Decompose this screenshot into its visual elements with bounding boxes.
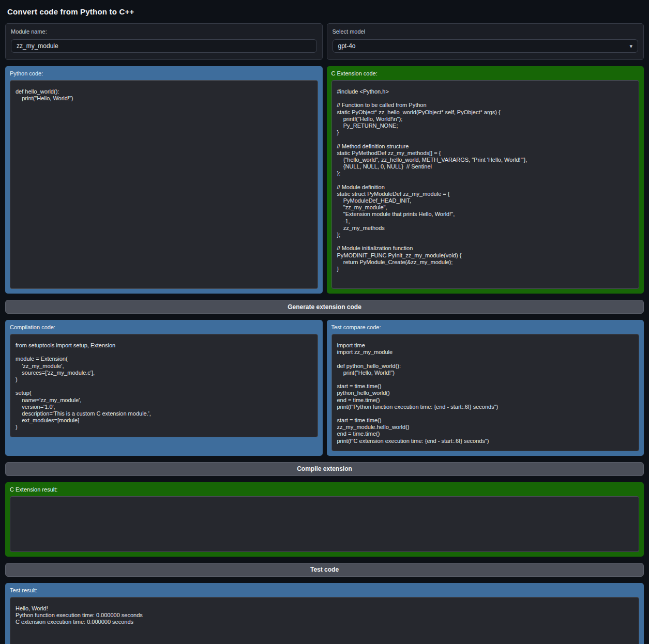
model-select-label: Select model — [333, 28, 639, 35]
test-compare-code-panel: Test compare code: import time import zz… — [327, 320, 644, 456]
c-extension-code-panel: C Extension code: #include <Python.h> //… — [327, 66, 644, 294]
test-compare-code-textarea[interactable]: import time import zz_my_module def pyth… — [331, 334, 640, 451]
chevron-down-icon: ▾ — [629, 43, 632, 49]
python-code-panel: Python code: def hello_world(): print("H… — [5, 66, 323, 294]
page-title: Convert code from Python to C++ — [5, 5, 644, 23]
test-result-label: Test result: — [10, 587, 639, 593]
module-name-label: Module name: — [11, 28, 317, 35]
compilation-code-label: Compilation code: — [10, 324, 318, 330]
test-result-textarea[interactable]: Hello, World! Python function execution … — [10, 597, 639, 644]
generate-extension-code-button[interactable]: Generate extension code — [5, 300, 644, 314]
python-code-textarea[interactable]: def hello_world(): print("Hello, World!"… — [10, 80, 318, 289]
code-row: Python code: def hello_world(): print("H… — [5, 66, 644, 294]
c-extension-result-panel: C Extension result: — [5, 482, 644, 557]
c-extension-code-textarea[interactable]: #include <Python.h> // Function to be ca… — [331, 80, 640, 289]
test-code-button[interactable]: Test code — [5, 563, 644, 577]
compilation-code-panel: Compilation code: from setuptools import… — [5, 320, 323, 456]
test-result-panel: Test result: Hello, World! Python functi… — [5, 583, 644, 644]
module-name-panel: Module name: — [5, 23, 323, 60]
c-extension-result-label: C Extension result: — [10, 486, 639, 493]
settings-row: Module name: Select model gpt-4o ▾ — [5, 23, 644, 60]
model-select-dropdown[interactable]: gpt-4o ▾ — [333, 39, 639, 53]
c-extension-result-textarea[interactable] — [10, 496, 639, 552]
model-select-panel: Select model gpt-4o ▾ — [327, 23, 644, 60]
c-extension-code-label: C Extension code: — [331, 70, 640, 76]
compile-test-row: Compilation code: from setuptools import… — [5, 320, 644, 456]
compilation-code-textarea[interactable]: from setuptools import setup, Extension … — [10, 334, 318, 437]
module-name-input[interactable] — [11, 39, 317, 53]
compile-extension-button[interactable]: Compile extension — [5, 462, 644, 476]
test-compare-code-label: Test compare code: — [331, 324, 640, 330]
app-root: Convert code from Python to C++ Module n… — [0, 0, 649, 644]
model-select-value: gpt-4o — [338, 42, 356, 50]
python-code-label: Python code: — [10, 70, 318, 76]
